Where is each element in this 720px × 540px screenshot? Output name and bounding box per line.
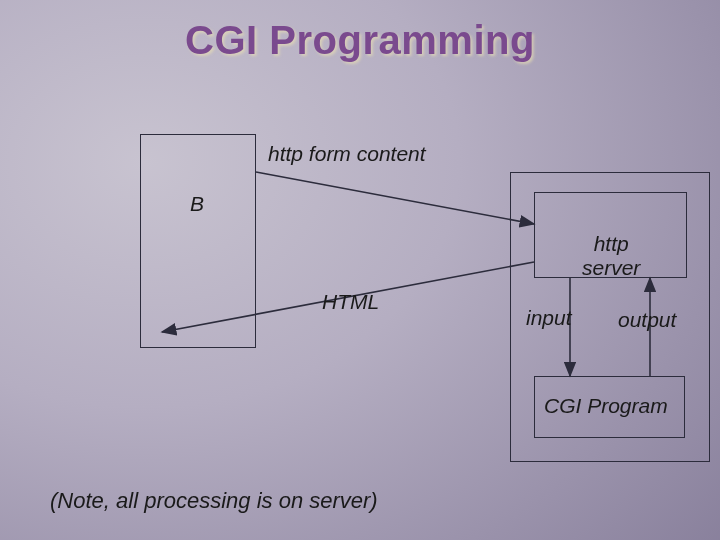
label-html: HTML	[322, 290, 379, 314]
label-cgi-program: CGI Program	[544, 394, 668, 418]
footer-note: (Note, all processing is on server)	[50, 488, 378, 514]
label-form-content: http form content	[268, 142, 426, 166]
page-title: CGI Programming	[0, 18, 720, 63]
label-input: input	[526, 306, 572, 330]
client-box	[140, 134, 256, 348]
label-http-server: httpserver	[582, 232, 640, 280]
arrow-form-to-server	[256, 172, 534, 224]
label-b: B	[190, 192, 204, 216]
label-output: output	[618, 308, 676, 332]
